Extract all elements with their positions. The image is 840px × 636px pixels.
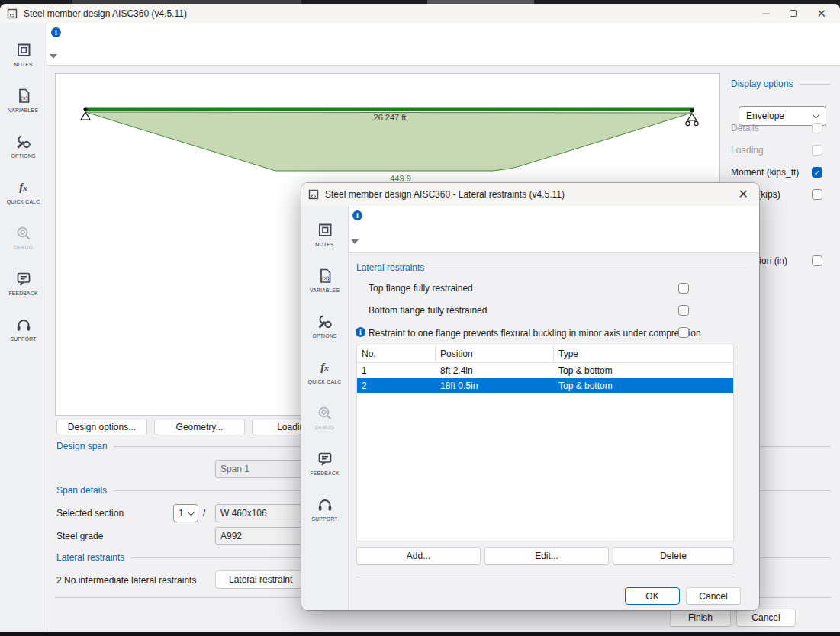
table-header: No. Position Type [357,345,733,363]
display-option-row: Moment (kips_ft) [731,167,831,178]
dialog-titlebar[interactable]: Steel member design AISC360 - Lateral re… [301,183,759,206]
sidebar-item-options[interactable]: OPTIONS [0,122,47,168]
app-window-icon [7,8,18,19]
section-index-select[interactable]: 1 [173,504,198,522]
cell-no: 2 [357,378,436,393]
feedback-icon [316,449,334,469]
shear-checkbox[interactable] [812,189,822,200]
display-option-row: Loading [731,145,831,156]
loading-checkbox [812,145,822,156]
sidebar-item-label: NOTES [14,62,32,67]
display-mode-value: Envelope [746,111,784,121]
maximize-icon[interactable] [790,10,797,17]
sidebar-item-feedback[interactable]: FEEDBACK [301,439,348,485]
chevron-down-icon [188,509,195,516]
restraints-summary-label: 2 No.intermediate lateral restraints [56,575,196,586]
cell-no: 1 [357,363,436,378]
edit-button[interactable]: Edit... [484,547,609,565]
bottom-flange-checkbox[interactable] [678,305,689,316]
add-button[interactable]: Add... [356,547,481,565]
svg-text:(x): (x) [21,94,28,101]
restraint-option-row: Restraint to one flange prevents flexura… [349,327,759,339]
details-checkbox [812,123,822,133]
column-header[interactable]: Position [436,345,554,362]
variables-icon: (x) [316,266,334,286]
notes-expand-caret[interactable] [50,54,57,59]
main-window-title: Steel member design AISC360 (v4.5.11) [24,8,187,19]
sidebar-item-options[interactable]: OPTIONS [301,302,348,348]
main-window: Steel member design AISC360 (v4.5.11) ✕ … [0,4,840,632]
sidebar-item-label: NOTES [315,242,333,247]
sidebar-item-variables[interactable]: (x) VARIABLES [0,76,47,122]
option-label: Bottom flange fully restrained [369,305,487,316]
sidebar-item-label: VARIABLES [8,108,38,113]
dialog-cancel-button[interactable]: Cancel [686,587,741,605]
steel-grade-value: A992 [220,531,242,541]
cell-type: Top & bottom [554,363,733,378]
sidebar-item-support[interactable]: SUPPORT [301,485,348,531]
section-title: Lateral restraints [356,262,424,273]
sidebar-item-notes[interactable]: NOTES [0,31,47,76]
sidebar-item-label: SUPPORT [10,336,36,342]
cell-position: 8ft 2.4in [436,363,554,378]
restraints-table: No. Position Type 1 8ft 2.4in Top & bott… [356,345,734,541]
ok-button[interactable]: OK [625,587,680,605]
sidebar-item-support[interactable]: SUPPORT [0,305,47,351]
deflection-checkbox[interactable] [812,255,822,266]
debug-icon [14,223,33,243]
sidebar-item-feedback[interactable]: FEEDBACK [0,259,47,305]
close-icon[interactable]: ✕ [739,188,748,201]
notes-icon [14,40,33,60]
moment-checkbox[interactable] [812,167,822,178]
sidebar-item-variables[interactable]: (x) VARIABLES [301,256,348,302]
option-label: Moment (kips_ft) [731,167,799,178]
display-options-header: Display options [731,79,831,89]
finish-button[interactable]: Finish [670,609,731,627]
option-label: Loading [731,145,764,156]
main-sidebar: NOTES (x) VARIABLES OPTIONS fx QUICK CAL… [0,23,47,632]
column-header[interactable]: No. [357,345,436,362]
minimize-icon[interactable] [762,13,770,14]
delete-button[interactable]: Delete [613,547,734,565]
taskbar-edge-strip [0,632,840,636]
close-icon[interactable]: ✕ [816,10,826,18]
sidebar-item-label: FEEDBACK [310,471,339,476]
sidebar-item-debug: DEBUG [301,393,348,439]
info-icon [356,327,365,337]
restraint-option-row: Top flange fully restrained [349,283,759,294]
restraint-option-row: Bottom flange fully restrained [349,305,759,316]
dialog-content: Lateral restraints Top flange fully rest… [349,253,759,610]
sidebar-item-quick-calc[interactable]: fx QUICK CALC [0,168,47,214]
sidebar-item-label: QUICK CALC [7,199,40,204]
design-options-button[interactable]: Design options... [56,419,147,435]
sidebar-item-label: QUICK CALC [308,379,342,384]
app-window-icon [308,189,319,200]
main-notes-strip [47,23,840,66]
section-separator: / [203,508,205,519]
sidebar-item-notes[interactable]: NOTES [301,210,348,256]
main-titlebar[interactable]: Steel member design AISC360 (v4.5.11) ✕ [0,4,840,23]
options-icon [316,312,334,332]
roller-support-icon [686,108,698,125]
debug-icon [316,403,334,423]
option-label: Top flange fully restrained [369,283,473,294]
lateral-restraints-dialog: Steel member design AISC360 - Lateral re… [301,183,759,610]
sidebar-item-quick-calc[interactable]: fx QUICK CALC [301,348,348,393]
notes-icon [316,220,334,240]
cell-position: 18ft 0.5in [436,378,554,393]
column-header[interactable]: Type [554,345,733,362]
cancel-button[interactable]: Cancel [736,609,796,627]
option-label: Details [731,123,759,133]
quick-calc-icon: fx [320,358,329,377]
dialog-notes-strip [349,206,759,253]
top-flange-checkbox[interactable] [678,283,689,294]
info-icon [352,210,362,220]
sidebar-item-label: OPTIONS [313,333,337,339]
section-title: Design span [56,441,108,451]
one-flange-restraint-checkbox[interactable] [678,327,689,338]
geometry-button[interactable]: Geometry... [154,419,245,435]
table-row-selected[interactable]: 2 18ft 0.5in Top & bottom [357,378,733,393]
table-row[interactable]: 1 8ft 2.4in Top & bottom [357,363,733,378]
sidebar-item-label: DEBUG [14,245,33,250]
notes-expand-caret[interactable] [351,239,359,244]
